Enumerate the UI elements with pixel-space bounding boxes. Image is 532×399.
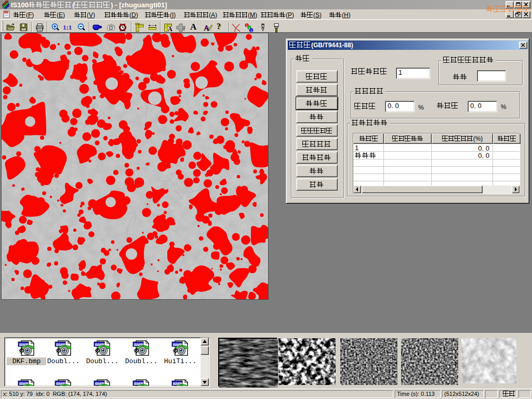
svg-text:A: A: [168, 25, 172, 32]
svg-text:2: 2: [248, 26, 250, 30]
svg-text:1: 1: [246, 24, 247, 27]
svg-text:DOC: DOC: [5, 12, 9, 14]
svg-text:3: 3: [250, 29, 252, 32]
